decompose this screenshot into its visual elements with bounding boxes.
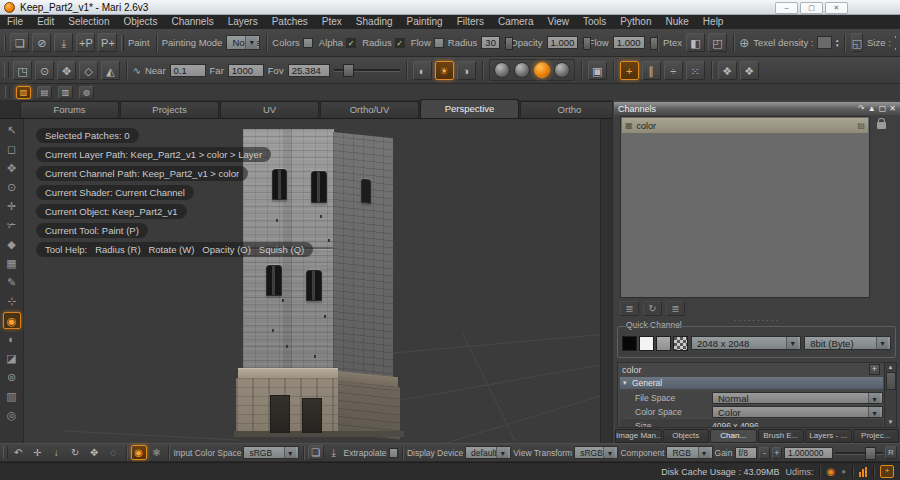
close-icon[interactable]: ✕ (889, 104, 896, 113)
shader-sphere-4[interactable] (554, 62, 570, 78)
menu-item[interactable]: Shading (349, 15, 400, 29)
component-select[interactable]: RGB (666, 446, 712, 459)
texel-density-field[interactable] (817, 36, 832, 49)
channels-panel-titlebar[interactable]: Channels ↷▲▢✕ (614, 102, 900, 115)
undock-icon[interactable]: ↷ (858, 104, 865, 113)
menu-item[interactable]: Help (696, 15, 731, 29)
clone-stamp-tool[interactable]: ⊚ (3, 369, 21, 386)
quick-channel-depth-select[interactable]: 8bit (Byte) (804, 336, 891, 350)
menu-item[interactable]: Python (613, 15, 658, 29)
palette-tab[interactable]: Projec... (853, 429, 900, 443)
lock-icon[interactable] (877, 122, 886, 129)
menu-item[interactable]: Channels (164, 15, 220, 29)
flow-slider[interactable] (649, 37, 651, 49)
slerp-tool[interactable]: ✃ (3, 217, 21, 234)
save-project-button[interactable]: ⤓ (54, 33, 73, 52)
size-icon[interactable]: ◱ (851, 33, 863, 52)
menu-item[interactable]: Tools (576, 15, 613, 29)
file-space-select[interactable]: Normal (712, 392, 883, 404)
menu-item[interactable]: Objects (117, 15, 165, 29)
paint-buffer-tool[interactable]: ✎ (3, 274, 21, 291)
scroll-down-icon[interactable]: ▼ (888, 418, 894, 427)
tumble-camera-button[interactable]: ✥ (86, 445, 103, 460)
swatch-white-button[interactable] (639, 336, 654, 351)
collapse-icon[interactable]: ▲ (868, 104, 876, 113)
swatch-gray-button[interactable] (656, 336, 671, 351)
shader-sphere-2[interactable] (514, 62, 530, 78)
menu-item[interactable]: Filters (450, 15, 491, 29)
close-button[interactable]: ✕ (825, 2, 848, 14)
texel-density-spinner[interactable]: ▴▾ (836, 38, 839, 48)
fov-slider[interactable] (334, 64, 400, 76)
radius-field[interactable]: 30 (481, 36, 500, 49)
palette-tab[interactable]: Layers - ... (805, 429, 852, 443)
disk-cache-icon[interactable]: + (880, 465, 894, 478)
toolbar-grip[interactable] (4, 62, 9, 78)
palette-tab[interactable]: Objects (663, 429, 710, 443)
view-tab[interactable]: Projects (120, 101, 219, 118)
symmetry-z-button[interactable]: ⁙ (686, 61, 705, 80)
radius-slider[interactable] (504, 37, 506, 49)
move-origin-button[interactable]: ✥ (57, 61, 76, 80)
channel-row-color[interactable]: ▦ color ▤ (622, 118, 868, 133)
roll-camera-button[interactable]: ↻ (67, 445, 84, 460)
menu-item[interactable]: File (0, 15, 30, 29)
radius-toggle[interactable]: Radius (362, 37, 405, 48)
menu-item[interactable]: Selection (61, 15, 116, 29)
menu-item[interactable]: Nuke (659, 15, 696, 29)
toolbar-overflow-handle[interactable] (895, 36, 896, 50)
cache-histogram-icon[interactable] (859, 466, 867, 477)
view-tab[interactable]: Ortho (520, 101, 619, 118)
remove-channel-button[interactable]: ≣ (666, 301, 685, 316)
swatch-black-button[interactable] (622, 336, 637, 351)
ptex-face-size-button[interactable]: ◧ (686, 33, 705, 52)
channel-list-icon[interactable]: ▤ (857, 121, 865, 130)
alpha-toggle[interactable]: Alpha (319, 37, 356, 48)
display-device-select[interactable]: default (465, 446, 511, 459)
snapshot-page-icon[interactable]: ❏ (308, 445, 324, 460)
scroll-up-icon[interactable]: ▲ (888, 363, 894, 372)
view-tab[interactable]: Perspective (420, 99, 519, 118)
quick-channel-size-select[interactable]: 2048 x 2048 (691, 336, 801, 350)
import-ptex-button[interactable]: +P (76, 33, 95, 52)
checkbox[interactable] (346, 38, 356, 48)
view-tab[interactable]: UV (220, 101, 319, 118)
extrapolate-icon[interactable]: ⤓ (326, 445, 342, 460)
extrapolate-checkbox[interactable] (389, 448, 398, 458)
minimize-button[interactable]: – (775, 2, 798, 14)
gradient-tool[interactable]: ▥ (3, 388, 21, 405)
input-color-space-select[interactable]: sRGB (243, 446, 298, 459)
properties-scrollbar[interactable]: ▲ ▼ (884, 363, 896, 427)
paint-mask-button[interactable]: ◍ (79, 86, 94, 99)
symmetry-on-button[interactable]: + (620, 61, 639, 80)
painting-mode-select[interactable]: Normal (226, 35, 260, 50)
idle-status-icon[interactable]: ● (841, 465, 846, 479)
pause-buffer-button[interactable]: ▣ (588, 61, 607, 80)
gain-fstop-field[interactable]: f/8 (735, 447, 758, 459)
perspective-viewport[interactable]: Selected Patches: 0Current Layer Path: K… (24, 119, 600, 443)
color-space-select[interactable]: Color (712, 406, 883, 418)
expand-icon[interactable]: ▢ (879, 104, 887, 113)
paint-buffer-button[interactable]: ▤ (37, 86, 52, 99)
swatch-checker-button[interactable] (673, 336, 688, 351)
vector-brush-tool[interactable]: ◎ (3, 407, 21, 424)
look-at-button[interactable]: ⊙ (35, 61, 54, 80)
clone-merged-button[interactable]: ❖ (718, 61, 737, 80)
menu-item[interactable]: Patches (265, 15, 315, 29)
gain-slider-handle[interactable] (865, 447, 876, 460)
perspective-camera-button[interactable]: ◳ (13, 61, 32, 80)
pan-tool[interactable]: ✥ (3, 160, 21, 177)
checkbox[interactable] (434, 38, 444, 48)
paint-ready-status-icon[interactable]: ◉ (826, 465, 835, 479)
paint-target-button[interactable]: ◉ (131, 445, 147, 460)
view-transform-select[interactable]: sRGB (574, 446, 618, 459)
toolbar-grip[interactable] (5, 86, 10, 98)
menu-item[interactable]: Edit (30, 15, 61, 29)
lighting-flat-button[interactable]: ◐ (413, 61, 432, 80)
toolbar-grip[interactable] (4, 35, 6, 51)
gain-minus-button[interactable]: - (759, 447, 769, 459)
geometry-button[interactable]: ◇ (79, 61, 98, 80)
history-back-button[interactable]: ↶ (10, 445, 27, 460)
gain-value-field[interactable]: 1.000000 (784, 447, 833, 459)
general-section-header[interactable]: General (620, 377, 883, 389)
